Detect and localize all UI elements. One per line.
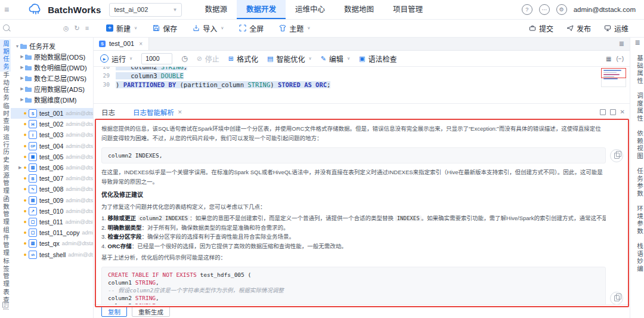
left-rail-item-4[interactable]: 运行历史 — [0, 132, 11, 165]
nav-item-数据开发[interactable]: 数据开发 — [237, 0, 286, 19]
format-button[interactable]: ⊞ 格式化 — [228, 54, 258, 64]
tree-folder[interactable]: ▶数据维度(DIM) — [11, 94, 93, 105]
tree-task[interactable]: ▢test_011_copyadmin@dts... — [11, 227, 93, 238]
panel-tab-日志[interactable]: 日志 — [101, 104, 115, 120]
tree-task[interactable]: Btest_007admin@dtstack.c... — [11, 173, 93, 184]
tree-folder[interactable]: ▶应用数据层(ADS) — [11, 84, 93, 94]
left-rail-item-7[interactable]: 组件管理 — [0, 226, 11, 258]
task-owner: admin@dtstack.c... — [66, 143, 93, 149]
left-rail-item-1[interactable]: 周期任务 — [0, 39, 11, 72]
bracket-collapse-icon[interactable]: (−) — [617, 55, 624, 62]
tree-task[interactable]: ▦test_005admin@dtstack.c... — [11, 152, 93, 162]
toolbar-theme-button[interactable]: 主题∨ — [279, 23, 310, 33]
right-rail-item-5[interactable]: 环境参数 — [630, 205, 644, 235]
task-status-dot — [24, 188, 26, 190]
gear-icon[interactable]: ⚙ — [556, 4, 567, 15]
list-icon[interactable]: ≡ — [85, 24, 89, 32]
tree-task[interactable]: GPtest_004admin@dtstack.c... — [11, 141, 93, 152]
toolbar-new-button[interactable]: +新建∨ — [106, 23, 137, 33]
locate-icon[interactable]: ◎ — [63, 24, 69, 32]
close-tab-icon[interactable]: × — [139, 41, 143, 47]
tree-folder[interactable]: ▶数仓明细层(DWD) — [11, 62, 93, 73]
pencil-icon: ✎ — [321, 55, 326, 63]
tree-folder[interactable]: ▶数仓汇总层(DWS) — [11, 73, 93, 84]
tree-folders: ▶原始数据层(ODS)▶数仓明细层(DWD)▶数仓汇总层(DWS)▶应用数据层(… — [11, 51, 93, 105]
copy-code-button[interactable] — [610, 149, 623, 162]
message-icon[interactable]: ⋯ — [539, 4, 550, 15]
tree-folder-label: 数仓明细层(DWD) — [34, 63, 87, 72]
toolbar-fullscreen-button[interactable]: 全屏 — [239, 23, 264, 33]
copy-button[interactable]: 复制 — [101, 306, 127, 317]
left-rail-item-9[interactable]: 表查… — [0, 288, 11, 313]
stop-button[interactable]: ⊘ 停止 — [197, 54, 219, 64]
help-icon[interactable]: ? — [522, 4, 532, 15]
nav-item-数据源[interactable]: 数据源 — [195, 0, 237, 19]
close-tab-icon[interactable]: ✕ — [178, 109, 182, 115]
grid-icon[interactable]: ▦ — [606, 55, 611, 62]
nav-item-运维中心[interactable]: 运维中心 — [286, 0, 335, 19]
syntax-check-button[interactable]: ▣ 语法检查 — [359, 54, 397, 64]
toolbar-save-button[interactable]: 保存 — [153, 23, 177, 33]
tree-task[interactable]: ▶▨test_006admin@dtstack.c... — [11, 162, 93, 173]
user-account[interactable]: admin@dtstack.com — [574, 6, 636, 13]
tree-task[interactable]: ▤test_009admin@dtstack.c... — [11, 195, 93, 206]
close-panel-icon[interactable]: ✕ — [620, 109, 625, 115]
left-rail-item-6[interactable]: 函数管理 — [0, 194, 11, 227]
restore-panel-icon[interactable] — [610, 109, 616, 115]
tab-list-icon[interactable]: ≣ — [619, 40, 624, 48]
tree-task[interactable]: ▧test_qxadmin@dtstack.co... — [11, 238, 93, 249]
edit-button[interactable]: ✎ 编辑 ∨ — [321, 54, 350, 64]
tree-root[interactable]: ▼ 任务开发 — [11, 41, 93, 51]
toolbar-ops-button[interactable]: 运维 — [604, 23, 628, 33]
toolbar-publish-button[interactable]: 发布 — [566, 23, 591, 33]
hamburger-menu-icon[interactable]: ≡ — [4, 5, 9, 14]
copy-code-button[interactable] — [610, 292, 623, 305]
left-rail-item-8[interactable]: 标签管理 — [0, 257, 11, 289]
task-type-icon: I — [29, 131, 37, 139]
code-token: STRING — [135, 295, 156, 301]
task-name: test_004 — [39, 143, 63, 150]
editor-tab-test-001[interactable]: S test_001 × — [93, 37, 149, 50]
history-clock-icon[interactable]: ◷ — [181, 54, 187, 63]
right-rail-item-1[interactable]: 基础属性 — [630, 55, 644, 85]
right-rail-item-4[interactable]: 任务参数 — [630, 168, 644, 197]
run-button[interactable]: ▶ 运行 ∨ — [100, 54, 132, 64]
tree-task[interactable]: ↗test_010admin@dtstack.c... — [11, 206, 93, 217]
tree-task[interactable]: ∿test_008admin@dtstack.c... — [11, 184, 93, 194]
panel-tab-label: 日志智能解析 — [133, 107, 174, 117]
folder-icon — [25, 54, 32, 60]
search-icon[interactable] — [3, 24, 10, 31]
left-rail-item-2[interactable]: 手动任务 — [0, 70, 11, 103]
tree-task[interactable]: Itest_003admin@dtstack.c... — [11, 129, 93, 140]
toolbar-import-button[interactable]: 导入∨ — [193, 23, 224, 33]
nav-item-数据地图[interactable]: 数据地图 — [335, 0, 383, 19]
smart-optimize-button[interactable]: ▤ 智能优化 ∨ — [267, 54, 312, 64]
expand-panel-icon[interactable] — [600, 109, 606, 115]
row-limit-input[interactable]: 1000 — [141, 53, 172, 64]
tree-task[interactable]: shtest_shelladmin@dtstack... — [11, 249, 93, 260]
left-rail-item-5[interactable]: 资源管理 — [0, 163, 11, 196]
refresh-icon[interactable]: ↻ — [75, 24, 80, 32]
sql-editor[interactable]: 28 column2 STRING,29 column3 DOUBLE30) P… — [93, 67, 630, 104]
tree-task[interactable]: Stest_001admin@dtstack.c... — [11, 108, 93, 119]
tree-task[interactable]: Htest_002admin@dtstack.c... — [11, 119, 93, 129]
nav-item-项目管理[interactable]: 项目管理 — [383, 0, 432, 19]
plus-icon: + — [106, 24, 113, 32]
minimap[interactable] — [601, 68, 626, 87]
tree-folder[interactable]: ▶原始数据层(ODS) — [11, 51, 93, 62]
panel-list-icon[interactable]: ≣ — [630, 39, 644, 47]
project-select[interactable]: test_ai_002 ▼ — [109, 3, 182, 17]
task-name: test_011_copy — [39, 229, 80, 236]
task-name: test_002 — [39, 121, 63, 128]
right-rail-item-6[interactable]: 栈语妙编 — [630, 243, 644, 273]
right-rail-item-3[interactable]: 依赖视图 — [630, 130, 644, 160]
left-rail-item-3[interactable]: 临时查询 — [0, 101, 11, 134]
panel-tab-日志智能解析[interactable]: 日志智能解析✕ — [133, 104, 182, 120]
regenerate-button[interactable]: 重新生成 — [132, 306, 170, 317]
code-line: 30) PARTITIONED BY (partition_column STR… — [93, 80, 630, 89]
toolbar-submit-button[interactable]: 提交 — [529, 23, 553, 33]
caret-right-icon: ▶ — [19, 87, 25, 91]
right-rail-item-2[interactable]: 调度属性 — [630, 92, 644, 122]
tree-task[interactable]: ▢test_011admin@dtstack.c... — [11, 217, 93, 227]
task-name: test_007 — [39, 175, 63, 182]
